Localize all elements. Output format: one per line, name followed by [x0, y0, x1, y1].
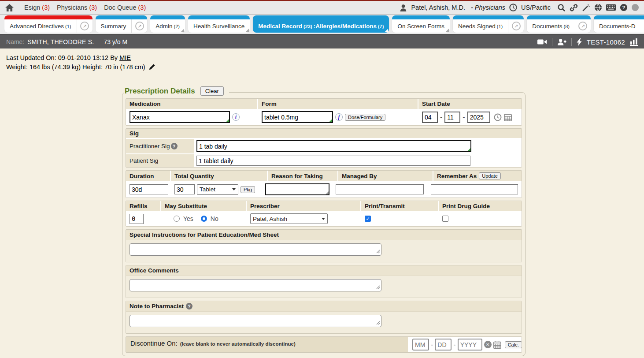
- esign-count: (3): [42, 4, 50, 11]
- home-icon[interactable]: [5, 4, 14, 11]
- start-day-input[interactable]: [444, 112, 460, 123]
- print-drug-guide-checkbox[interactable]: [442, 216, 448, 222]
- refills-section: Refills May Substitute Prescriber Print/…: [126, 201, 522, 227]
- link-icon[interactable]: [570, 4, 578, 12]
- discontinue-day-input[interactable]: [435, 339, 452, 351]
- mie-link[interactable]: MIE: [119, 54, 131, 61]
- doc-queue-count: (3): [138, 4, 146, 11]
- note-to-pharmacist-section: Note to Pharmacist?: [126, 301, 522, 334]
- tab-medical-record-active[interactable]: Medical Record(23):Allergies/Medications…: [253, 15, 389, 33]
- formulary-f-icon[interactable]: f: [335, 113, 343, 121]
- refills-input[interactable]: [130, 214, 144, 224]
- current-role: - Physicians: [471, 4, 505, 11]
- start-year-input[interactable]: [467, 112, 490, 123]
- practitioner-sig-input[interactable]: [196, 140, 471, 152]
- clear-button[interactable]: Clear: [200, 86, 224, 96]
- medication-input[interactable]: [130, 111, 230, 123]
- form-input[interactable]: [262, 111, 333, 123]
- print-drug-guide-header: Print Drug Guide: [439, 201, 522, 211]
- substitute-yes-radio[interactable]: [174, 216, 180, 222]
- nav-doc-queue[interactable]: Doc Queue (3): [104, 4, 146, 11]
- popout-icon[interactable]: ↗: [131, 19, 147, 33]
- patient-name: SMITH, THEODORE S.: [27, 38, 94, 45]
- prescriber-select[interactable]: Patel, Ashish: [250, 213, 328, 224]
- medication-info-icon[interactable]: i: [232, 113, 240, 121]
- tab-advanced-directives[interactable]: Advanced Directives(1) ↗: [4, 15, 93, 33]
- keyboard-icon[interactable]: [606, 4, 616, 11]
- pharmacist-note-help-icon[interactable]: ?: [186, 303, 192, 310]
- video-camera-icon[interactable]: [537, 39, 547, 45]
- update-button[interactable]: Update: [479, 172, 500, 179]
- print-transmit-checkbox[interactable]: ✓: [365, 216, 371, 222]
- add-person-icon[interactable]: [557, 38, 566, 45]
- practitioner-sig-help-icon[interactable]: ?: [171, 143, 178, 149]
- discontinue-label: Discontinue On: (leave blank to never au…: [126, 337, 408, 352]
- clock-icon[interactable]: [509, 4, 517, 11]
- start-month-input[interactable]: [422, 112, 438, 123]
- special-instructions-section: Special Instructions for Patient Educati…: [126, 229, 522, 262]
- managed-by-input[interactable]: [336, 184, 424, 194]
- note-to-pharmacist-textarea[interactable]: [130, 315, 381, 327]
- discontinue-year-input[interactable]: [458, 339, 482, 351]
- tab-needs-signed[interactable]: Needs Signed(1) ↗: [453, 15, 524, 33]
- nav-physicians[interactable]: Physicians (3): [57, 4, 97, 11]
- office-comments-textarea[interactable]: [130, 279, 381, 291]
- quantity-unit-select[interactable]: Tablet: [197, 184, 238, 195]
- reason-input[interactable]: [265, 183, 329, 195]
- sig-header: Sig: [126, 129, 522, 139]
- prescription-details-panel: Prescription Details Clear Medication Fo…: [122, 92, 526, 356]
- remember-as-input[interactable]: [431, 184, 518, 194]
- prescriber-header: Prescriber: [247, 201, 361, 211]
- tab-on-screen-forms[interactable]: On Screen Forms: [392, 15, 450, 33]
- duration-header: Duration: [126, 171, 171, 181]
- tab-documents-d[interactable]: Documents-D: [594, 15, 644, 33]
- pkg-button[interactable]: Pkg: [241, 186, 255, 193]
- discontinue-section: Discontinue On: (leave blank to never au…: [126, 336, 522, 353]
- may-substitute-header: May Substitute: [161, 201, 247, 211]
- dose-formulary-button[interactable]: Dose/Formulary: [345, 114, 385, 121]
- special-instructions-header: Special Instructions for Patient Educati…: [126, 230, 522, 240]
- nav-esign[interactable]: Esign (3): [24, 4, 50, 11]
- discontinue-month-input[interactable]: [412, 339, 429, 351]
- globe-icon[interactable]: [594, 4, 602, 11]
- tab-corner-indicator: [446, 29, 449, 32]
- lightning-icon[interactable]: [577, 38, 582, 46]
- time-icon[interactable]: [494, 113, 502, 121]
- note-to-pharmacist-header: Note to Pharmacist?: [126, 301, 522, 312]
- edit-pencil-icon[interactable]: [149, 63, 155, 70]
- flowsheet-chart-icon[interactable]: [630, 38, 638, 46]
- patient-bar: Name: SMITH, THEODORE S. 73 y/o M TEST-1…: [0, 35, 644, 48]
- popout-icon[interactable]: ↗: [575, 19, 591, 33]
- tab-documents[interactable]: Documents(8) ↗: [527, 15, 591, 33]
- patient-sig-input[interactable]: [196, 156, 470, 166]
- duration-input[interactable]: [130, 184, 168, 194]
- clear-date-icon[interactable]: ✕: [484, 341, 492, 348]
- calendar-icon[interactable]: [504, 113, 512, 121]
- remember-as-header: Remember As Update: [433, 171, 522, 181]
- tab-corner-indicator: [181, 29, 184, 32]
- panel-legend: Prescription Details Clear: [124, 86, 229, 96]
- timezone-label: US/Pacific: [521, 4, 551, 11]
- topbar-right: Patel, Ashish, M.D. - Physicians US/Paci…: [400, 4, 639, 12]
- patient-sig-label: Patient Sig: [126, 154, 195, 167]
- help-icon[interactable]: ?: [620, 4, 628, 11]
- panel-title: Prescription Details: [125, 87, 195, 96]
- divider: [571, 38, 572, 46]
- calc-button[interactable]: Calc.: [505, 341, 522, 348]
- status-dot-icon[interactable]: [632, 4, 639, 11]
- discontinue-calendar-icon[interactable]: [493, 341, 501, 349]
- current-user[interactable]: Patel, Ashish, M.D.: [411, 4, 465, 11]
- popout-icon[interactable]: ↗: [508, 19, 524, 33]
- physicians-count: (3): [89, 4, 97, 11]
- total-quantity-input[interactable]: [174, 184, 195, 194]
- wand-icon[interactable]: [582, 4, 590, 12]
- tab-summary[interactable]: Summary ↗: [96, 15, 148, 33]
- substitute-no-radio[interactable]: [201, 216, 207, 222]
- last-updated-line: Last Updated On: 09-01-2010 13:12 By MIE: [6, 53, 638, 63]
- special-instructions-textarea[interactable]: [130, 243, 381, 256]
- search-icon[interactable]: [557, 4, 566, 12]
- tab-corner-indicator: [385, 29, 388, 32]
- tab-admin[interactable]: Admin(2): [150, 15, 185, 33]
- popout-icon[interactable]: ↗: [77, 19, 93, 33]
- tab-health-surveillance[interactable]: Health Surveillance: [188, 15, 250, 33]
